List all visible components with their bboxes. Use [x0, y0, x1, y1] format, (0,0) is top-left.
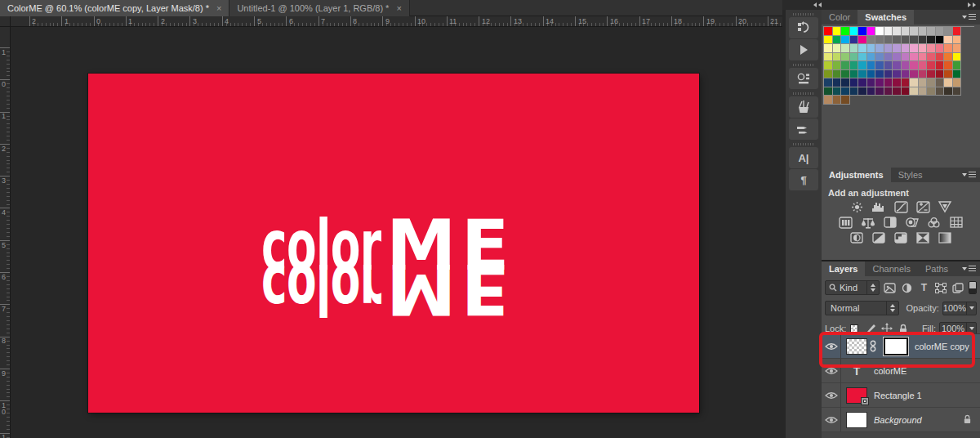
swatch[interactable]: [867, 36, 876, 45]
lock-transparent-pixels-icon[interactable]: [848, 323, 861, 334]
layer-thumbnail[interactable]: [846, 338, 867, 355]
swatch[interactable]: [927, 27, 936, 36]
swatch[interactable]: [927, 36, 936, 45]
swatch[interactable]: [858, 27, 867, 36]
swatch[interactable]: [858, 70, 867, 79]
swatch[interactable]: [867, 61, 876, 70]
swatch[interactable]: [824, 27, 833, 36]
type-layer-thumbnail[interactable]: T: [846, 363, 867, 379]
collapse-strip-icon[interactable]: [813, 2, 822, 7]
swatch[interactable]: [910, 44, 919, 53]
swatch[interactable]: [902, 53, 911, 62]
selective-color-icon[interactable]: [937, 231, 953, 244]
swatch[interactable]: [850, 53, 859, 62]
swatch[interactable]: [841, 96, 850, 105]
swatch[interactable]: [893, 61, 902, 70]
panel-menu-icon[interactable]: [962, 172, 976, 177]
swatch[interactable]: [919, 87, 928, 96]
filter-shape-layers-icon[interactable]: [934, 281, 947, 294]
levels-icon[interactable]: [871, 200, 887, 213]
threshold-icon[interactable]: [893, 231, 909, 244]
swatch[interactable]: [919, 27, 928, 36]
visibility-eye-icon[interactable]: [822, 334, 841, 359]
drag-grip[interactable]: [793, 92, 814, 95]
swatch[interactable]: [944, 87, 953, 96]
properties-icon[interactable]: [789, 68, 818, 89]
visibility-eye-icon[interactable]: [822, 359, 841, 383]
swatch[interactable]: [936, 53, 945, 62]
swatch[interactable]: [936, 44, 945, 53]
swatch[interactable]: [927, 70, 936, 79]
close-tab-icon[interactable]: ×: [216, 3, 221, 13]
layer-row-rectangle-1[interactable]: Rectangle 1: [822, 383, 980, 408]
photo-filter-icon[interactable]: [904, 216, 920, 229]
swatch[interactable]: [910, 61, 919, 70]
swatch[interactable]: [850, 27, 859, 36]
swatch[interactable]: [824, 87, 833, 96]
filter-adjustment-layers-icon[interactable]: [901, 281, 914, 294]
swatch[interactable]: [858, 78, 867, 87]
panel-menu-icon[interactable]: [962, 14, 976, 20]
layer-mask-thumbnail[interactable]: [884, 337, 908, 355]
swatch[interactable]: [884, 70, 893, 79]
swatch[interactable]: [927, 87, 936, 96]
swatch[interactable]: [875, 27, 884, 36]
color-lookup-icon[interactable]: [948, 216, 964, 229]
swatch[interactable]: [919, 36, 928, 45]
expand-dock-icon[interactable]: [967, 2, 977, 7]
swatch[interactable]: [824, 44, 833, 53]
swatch[interactable]: [927, 53, 936, 62]
swatch[interactable]: [867, 70, 876, 79]
swatch[interactable]: [867, 27, 876, 36]
swatch[interactable]: [944, 27, 953, 36]
swatch[interactable]: [884, 87, 893, 96]
swatch[interactable]: [919, 44, 928, 53]
swatch[interactable]: [919, 70, 928, 79]
swatch[interactable]: [936, 36, 945, 45]
tab-styles[interactable]: Styles: [891, 168, 930, 182]
swatch[interactable]: [841, 36, 850, 45]
swatch[interactable]: [850, 36, 859, 45]
ruler-origin-corner[interactable]: [0, 16, 11, 27]
hue-saturation-icon[interactable]: [838, 216, 854, 229]
swatch[interactable]: [867, 44, 876, 53]
panel-menu-icon[interactable]: [962, 266, 976, 271]
swatch[interactable]: [944, 44, 953, 53]
swatch[interactable]: [841, 53, 850, 62]
drag-grip[interactable]: [793, 143, 814, 145]
filter-kind-dropdown[interactable]: Kind: [825, 280, 880, 295]
swatch[interactable]: [833, 96, 842, 105]
drag-grip[interactable]: [793, 13, 814, 16]
swatch[interactable]: [824, 96, 833, 105]
opacity-dropdown[interactable]: 100%: [942, 302, 977, 315]
swatch[interactable]: [850, 70, 859, 79]
swatch[interactable]: [884, 27, 893, 36]
swatch[interactable]: [893, 36, 902, 45]
swatch[interactable]: [824, 53, 833, 62]
swatch[interactable]: [858, 36, 867, 45]
swatch[interactable]: [910, 36, 919, 45]
swatch[interactable]: [850, 78, 859, 87]
swatch[interactable]: [936, 27, 945, 36]
swatch[interactable]: [850, 87, 859, 96]
swatch[interactable]: [927, 78, 936, 87]
brightness-contrast-icon[interactable]: [849, 200, 865, 213]
tab-paths[interactable]: Paths: [918, 261, 956, 276]
swatch[interactable]: [910, 87, 919, 96]
mask-link-icon[interactable]: [870, 340, 876, 352]
swatch[interactable]: [875, 61, 884, 70]
brush-panel-icon[interactable]: [789, 96, 818, 118]
layer-name[interactable]: Rectangle 1: [874, 391, 922, 400]
swatch[interactable]: [944, 70, 953, 79]
swatch[interactable]: [944, 36, 953, 45]
swatch[interactable]: [902, 70, 911, 79]
swatch[interactable]: [867, 53, 876, 62]
swatch[interactable]: [867, 78, 876, 87]
channel-mixer-icon[interactable]: [926, 216, 942, 229]
swatch[interactable]: [841, 70, 850, 79]
filter-type-layers-icon[interactable]: T: [917, 281, 930, 294]
swatch[interactable]: [833, 70, 842, 79]
layer-filter-toggle[interactable]: [969, 281, 977, 294]
swatch[interactable]: [936, 61, 945, 70]
layer-name[interactable]: colorME copy: [915, 342, 969, 351]
